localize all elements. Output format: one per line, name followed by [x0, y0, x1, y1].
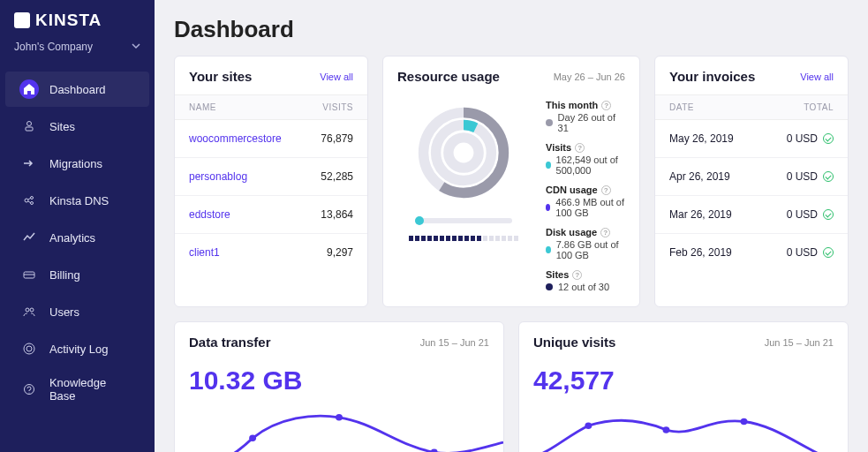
sites-icon: [23, 120, 35, 132]
metric-month: This month? Day 26 out of 31: [546, 100, 625, 133]
svg-point-9: [24, 343, 34, 354]
table-row[interactable]: Feb 26, 2019 0 USD: [655, 234, 848, 271]
svg-point-18: [249, 435, 256, 442]
svg-point-16: [449, 138, 479, 168]
sites-view-all-link[interactable]: View all: [320, 72, 353, 82]
svg-point-6: [26, 308, 29, 312]
table-row[interactable]: Mar 26, 2019 0 USD: [655, 196, 848, 234]
help-icon[interactable]: ?: [575, 143, 585, 153]
table-row[interactable]: May 26, 2019 0 USD: [655, 120, 848, 158]
metric-disk: Disk usage? 7.86 GB out of 100 GB: [546, 227, 625, 260]
your-sites-card: Your sites View all NAME VISITS woocomme…: [174, 56, 368, 307]
site-link[interactable]: personablog: [189, 170, 247, 183]
nav-item-billing[interactable]: Billing: [5, 257, 149, 292]
nav-label: Activity Log: [49, 343, 108, 356]
transfer-range: Jun 15 – Jun 21: [420, 337, 489, 348]
invoice-date: Apr 26, 2019: [669, 170, 730, 183]
brand-name: KINSTA: [35, 11, 102, 30]
page-title: Dashboard: [174, 16, 849, 43]
invoices-view-all-link[interactable]: View all: [800, 72, 834, 82]
nav-item-dashboard[interactable]: Dashboard: [5, 72, 149, 107]
dot-icon: [546, 246, 551, 253]
chevron-down-icon: [132, 41, 140, 53]
resource-title: Resource usage: [397, 69, 500, 84]
billing-icon: [23, 268, 35, 281]
invoices-card: Your invoices View all DATE TOTAL May 26…: [654, 56, 849, 307]
site-visits: 9,297: [327, 246, 353, 259]
nav-label: Sites: [49, 120, 75, 133]
svg-point-11: [28, 393, 29, 394]
table-row: client1 9,297: [175, 234, 367, 271]
dot-icon: [546, 119, 553, 126]
kb-icon: [23, 383, 35, 396]
help-icon[interactable]: ?: [600, 228, 610, 237]
svg-point-20: [431, 449, 438, 452]
invoice-total: 0 USD: [787, 170, 818, 183]
company-selector[interactable]: John's Company: [0, 35, 155, 65]
company-name: John's Company: [14, 41, 93, 53]
site-link[interactable]: woocommercestore: [189, 132, 282, 145]
svg-rect-1: [26, 127, 33, 131]
metric-visits: Visits? 162,549 out of 500,000: [546, 142, 625, 176]
nav-item-dns[interactable]: Kinsta DNS: [5, 183, 149, 218]
sites-progress-strip: [409, 236, 518, 241]
logo-mark-icon: [14, 12, 30, 28]
resource-usage-card: Resource usage May 26 – Jun 26: [382, 56, 640, 307]
unique-visits-card: Unique visits Jun 15 – Jun 21 42,577: [518, 321, 849, 452]
sites-title: Your sites: [189, 69, 252, 84]
svg-point-19: [336, 414, 343, 421]
resource-donut-icon: [411, 100, 517, 206]
site-link[interactable]: eddstore: [189, 208, 230, 221]
invoice-date: May 26, 2019: [669, 132, 734, 145]
unique-chart-icon: [519, 401, 848, 452]
help-icon[interactable]: ?: [601, 101, 611, 110]
metric-sites: Sites? 12 out of 30: [546, 269, 625, 292]
unique-value: 42,577: [519, 360, 848, 396]
nav-item-analytics[interactable]: Analytics: [5, 220, 149, 255]
disk-progress-bar: [415, 218, 512, 223]
svg-point-7: [30, 308, 34, 312]
invoice-date: Feb 26, 2019: [669, 246, 732, 259]
nav-item-migrations[interactable]: Migrations: [5, 146, 149, 181]
nav-label: Dashboard: [49, 83, 106, 96]
metric-cdn: CDN usage? 466.9 MB out of 100 GB: [546, 185, 625, 218]
nav-label: Knowledge Base: [49, 376, 135, 403]
invoice-total: 0 USD: [787, 208, 818, 221]
main-nav: Dashboard Sites Migrations Kinsta DNS An…: [0, 65, 155, 411]
nav-item-sites[interactable]: Sites: [5, 109, 149, 144]
check-icon: [823, 171, 834, 182]
table-row: personablog 52,285: [175, 158, 367, 196]
nav-label: Kinsta DNS: [49, 194, 109, 207]
nav-item-kb[interactable]: Knowledge Base: [5, 368, 149, 411]
nav-item-users[interactable]: Users: [5, 294, 149, 329]
invoice-total: 0 USD: [787, 132, 818, 145]
col-date: DATE: [669, 102, 694, 112]
check-icon: [823, 209, 834, 220]
transfer-chart-icon: [175, 401, 503, 452]
sidebar: KINSTA John's Company Dashboard Sites Mi…: [0, 0, 155, 452]
nav-item-activity[interactable]: Activity Log: [5, 331, 149, 366]
check-icon: [823, 133, 834, 144]
dot-icon: [546, 204, 550, 211]
col-total: TOTAL: [804, 102, 834, 112]
home-icon: [23, 83, 35, 95]
site-visits: 52,285: [321, 170, 353, 183]
site-link[interactable]: client1: [189, 246, 220, 259]
dot-icon: [546, 283, 553, 290]
site-visits: 76,879: [321, 132, 353, 145]
table-row[interactable]: Apr 26, 2019 0 USD: [655, 158, 848, 196]
site-visits: 13,864: [321, 208, 353, 221]
svg-point-23: [741, 418, 748, 426]
brand-logo[interactable]: KINSTA: [0, 0, 155, 35]
main-content: Dashboard Your sites View all NAME VISIT…: [155, 0, 868, 452]
svg-point-0: [27, 122, 32, 126]
svg-point-21: [585, 422, 592, 429]
migrations-icon: [23, 157, 35, 170]
svg-point-2: [25, 199, 28, 202]
nav-label: Migrations: [49, 157, 102, 170]
svg-point-22: [663, 426, 670, 433]
invoice-total: 0 USD: [787, 246, 818, 259]
help-icon[interactable]: ?: [601, 185, 611, 195]
col-visits: VISITS: [322, 102, 353, 112]
help-icon[interactable]: ?: [572, 270, 582, 280]
